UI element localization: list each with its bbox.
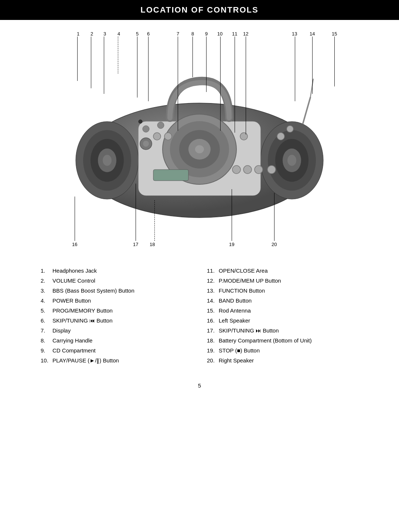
svg-point-25 [143,126,149,132]
svg-point-16 [195,145,204,153]
svg-point-21 [243,166,252,174]
list-item: 2. VOLUME Control [41,277,192,284]
list-item: 18. Battery Compartment (Bottom of Unit) [207,337,358,344]
list-item: 19. STOP (■) Button [207,347,358,354]
line-7 [178,37,178,131]
svg-point-10 [287,155,296,166]
line-4-dashed [118,37,118,74]
svg-point-18 [153,133,161,140]
line-2 [91,37,91,88]
list-item: 10. PLAY/PAUSE (►/‖) Button [41,357,192,364]
callout-4: 4 [117,31,120,37]
callout-8: 8 [191,31,194,37]
boombox-diagram [74,61,325,223]
line-5 [137,37,137,98]
list-item: 12. P.MODE/MEM UP Button [207,277,358,284]
list-item: 5. PROG/MEMORY Button [41,307,192,314]
callout-3: 3 [103,31,106,37]
line-15 [334,37,335,86]
svg-rect-17 [153,170,188,181]
svg-point-30 [277,133,284,140]
svg-point-20 [232,166,241,174]
list-item: 1. Headphones Jack [41,267,192,274]
svg-point-24 [143,141,149,147]
callout-19: 19 [229,242,234,247]
callout-18: 18 [150,242,155,247]
callout-11: 11 [232,31,237,37]
callout-12: 12 [243,31,248,37]
line-10 [220,37,221,131]
line-12 [246,37,246,134]
svg-line-27 [303,98,310,123]
list-item: 20. Right Speaker [207,357,358,364]
callout-13: 13 [292,31,297,37]
line-17 [136,184,136,241]
list-item: 17. SKIP/TUNING ⏭ Button [207,327,358,334]
callout-20: 20 [272,242,277,247]
line-16 [75,197,75,241]
svg-point-22 [255,166,263,174]
line-13 [295,37,295,101]
line-3 [104,37,104,94]
callout-5: 5 [136,31,139,37]
page-number: 5 [0,382,399,389]
parts-list-right: 11. OPEN/CLOSE Area 12. P.MODE/MEM UP Bu… [207,267,358,364]
svg-point-31 [287,126,293,132]
svg-line-28 [310,79,313,98]
parts-col-left: 1. Headphones Jack 2. VOLUME Control 3. … [33,267,200,368]
callout-6: 6 [147,31,150,37]
list-item: 7. Display [41,327,192,334]
callout-9: 9 [205,31,208,37]
callout-7: 7 [177,31,179,37]
line-6 [148,37,149,101]
list-item: 11. OPEN/CLOSE Area [207,267,358,274]
callout-17: 17 [133,242,138,247]
svg-point-29 [139,120,142,123]
line-14 [312,37,313,94]
line-18-dashed [154,200,155,241]
list-item: 8. Carrying Handle [41,337,192,344]
list-item: 16. Left Speaker [207,317,358,324]
list-item: 15. Rod Antenna [207,307,358,314]
callout-1: 1 [77,31,79,37]
svg-point-32 [267,166,276,174]
svg-point-19 [164,133,172,140]
list-item: 4. POWER Button [41,297,192,304]
parts-list: 1. Headphones Jack 2. VOLUME Control 3. … [33,267,366,368]
line-11 [235,37,235,133]
list-item: 13. FUNCTION Button [207,287,358,294]
parts-list-left: 1. Headphones Jack 2. VOLUME Control 3. … [41,267,192,364]
callout-10: 10 [217,31,222,37]
list-item: 6. SKIP/TUNING ⏮ Button [41,317,192,324]
line-9 [206,37,207,92]
callout-15: 15 [332,31,337,37]
callout-16: 16 [72,242,77,247]
page-title: LOCATION OF CONTROLS [0,0,399,20]
callout-2: 2 [91,31,93,37]
svg-point-33 [240,133,248,140]
line-19 [232,189,232,241]
callout-14: 14 [310,31,315,37]
line-20 [274,193,274,241]
parts-col-right: 11. OPEN/CLOSE Area 12. P.MODE/MEM UP Bu… [200,267,366,368]
line-1 [77,37,78,81]
svg-point-5 [103,155,112,166]
list-item: 9. CD Compartment [41,347,192,354]
diagram-area: 1 2 3 4 5 6 7 8 9 10 11 12 13 14 15 16 1… [33,27,366,256]
svg-point-26 [157,122,164,129]
list-item: 3. BBS (Bass Boost System) Button [41,287,192,294]
list-item: 14. BAND Button [207,297,358,304]
line-8 [192,37,193,77]
